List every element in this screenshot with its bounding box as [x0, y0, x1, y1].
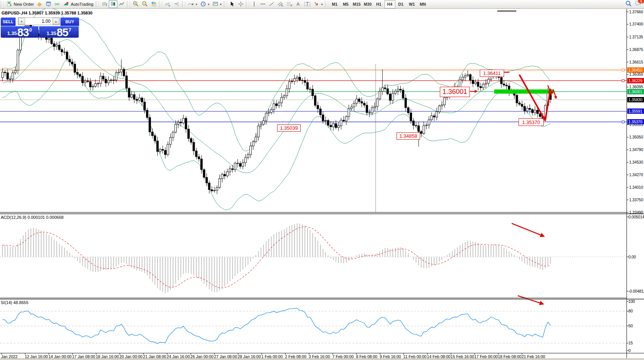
toolbar-grip	[1, 1, 4, 7]
main-toolbar: + New Order AutoTrading	[0, 0, 644, 9]
toolbar-grip	[246, 1, 249, 7]
vertical-line-tool-button[interactable]	[250, 0, 259, 8]
indicators-icon	[188, 1, 194, 8]
timeframe-bar: M1M5M15M30H1H4D1W1MN	[329, 0, 428, 8]
buy-price-big: 85	[57, 27, 68, 37]
timeframe-w1-button[interactable]: W1	[406, 0, 417, 8]
timeframe-h1-button[interactable]: H1	[373, 0, 384, 8]
periods-clock-icon	[200, 1, 206, 8]
chart-title-ohlc: GBPUSD-,H4 1.35907 1.35939 1.35788 1.358…	[2, 11, 92, 15]
svg-text:T: T	[306, 2, 308, 6]
window-bottom-edge	[0, 358, 644, 360]
buy-button[interactable]: BUY	[60, 18, 79, 26]
notification-badge: 1	[638, 0, 644, 3]
price-annotation-label[interactable]: 1.34858	[397, 132, 420, 140]
chart-window: GBPUSD-,H4 1.35907 1.35939 1.35788 1.358…	[0, 0, 644, 360]
symbols-icon	[37, 1, 43, 8]
horizontal-line-icon	[260, 2, 266, 7]
price-annotation-label[interactable]: 1.35039	[277, 124, 301, 132]
label-tool-button[interactable]: T	[303, 0, 312, 8]
zoom-out-button[interactable]	[140, 0, 149, 8]
one-click-trading-panel: SELL ▼ 1.00 ▲ BUY 1.35 83 0 1.35 85 7	[1, 18, 79, 38]
svg-text:F: F	[291, 4, 292, 7]
autotrading-label: AutoTrading	[71, 2, 94, 6]
data-window-icon	[46, 1, 51, 8]
fibonacci-icon: F	[287, 1, 293, 8]
line-chart-icon	[119, 1, 125, 8]
timeframe-m15-button[interactable]: M15	[351, 0, 362, 8]
crosshair-tool-button[interactable]	[236, 0, 245, 8]
zoom-in-button[interactable]	[131, 0, 140, 8]
new-order-label: New Order	[14, 2, 34, 6]
toolbar-grip	[127, 1, 130, 7]
price-chart-canvas[interactable]	[0, 0, 644, 360]
toolbar-grip	[96, 1, 99, 7]
autotrading-button[interactable]: AutoTrading	[62, 0, 95, 8]
sell-price-big: 83	[17, 27, 29, 37]
timeframe-h4-button[interactable]: H4	[384, 0, 395, 8]
shapes-tool-button[interactable]: ▾	[312, 0, 324, 8]
channel-icon: E	[278, 1, 284, 8]
dropdown-caret: ▾	[196, 3, 197, 6]
dropdown-caret: ▾	[208, 3, 209, 6]
new-order-button[interactable]: + New Order	[5, 0, 35, 8]
volume-decrease-button[interactable]: ▼	[18, 18, 25, 25]
vertical-line-icon	[252, 1, 257, 8]
fibonacci-tool-button[interactable]: F	[285, 0, 294, 8]
cursor-tool-button[interactable]	[228, 0, 236, 8]
sell-button[interactable]: SELL	[1, 18, 16, 26]
sell-price-display[interactable]: 1.35 83 0	[1, 26, 38, 38]
volume-spinner: ▼ 1.00 ▲	[18, 18, 60, 25]
volume-increase-button[interactable]: ▲	[52, 18, 59, 25]
signals-button[interactable]	[53, 0, 62, 8]
timeframe-m30-button[interactable]: M30	[362, 0, 373, 8]
mt4-terminal: { "toolbar": { "new_order_label": "New O…	[0, 0, 644, 360]
trendline-icon	[269, 1, 274, 8]
crosshair-icon	[238, 1, 244, 8]
horizontal-line-tool-button[interactable]	[259, 0, 267, 8]
volume-input[interactable]: 1.00	[25, 18, 52, 25]
trendline-tool-button[interactable]	[267, 0, 276, 8]
price-annotation-label[interactable]: 1.36411	[480, 70, 504, 77]
timeframe-d1-button[interactable]: D1	[395, 0, 406, 8]
bar-chart-icon	[102, 1, 107, 8]
periods-button[interactable]: ▾	[199, 0, 211, 8]
buy-price-display[interactable]: 1.35 85 7	[39, 26, 79, 38]
candlestick-chart-icon	[110, 1, 116, 8]
candlestick-mode-button[interactable]	[109, 0, 117, 8]
svg-text:E: E	[281, 4, 283, 7]
buy-price-small: 1.35	[47, 30, 56, 36]
symbols-button[interactable]	[35, 0, 44, 8]
chart-shift-icon	[174, 1, 180, 8]
line-chart-mode-button[interactable]	[117, 0, 126, 8]
cursor-icon	[230, 1, 235, 8]
channel-tool-button[interactable]: E	[276, 0, 285, 8]
chart-shift-button[interactable]	[172, 0, 181, 8]
buy-price-sup: 7	[68, 27, 71, 33]
notifications-chat-icon[interactable]: 1	[635, 0, 642, 8]
bar-chart-mode-button[interactable]	[100, 0, 109, 8]
auto-scroll-button[interactable]	[163, 0, 172, 8]
toolbar-grip	[224, 1, 227, 7]
timeframe-m1-button[interactable]: M1	[329, 0, 340, 8]
indicators-button[interactable]: ▾	[186, 0, 199, 8]
sell-price-small: 1.35	[7, 30, 17, 36]
data-window-button[interactable]	[44, 0, 53, 8]
templates-button[interactable]: ▾	[211, 0, 223, 8]
new-order-icon: +	[6, 1, 12, 8]
svg-text:A: A	[297, 2, 300, 7]
autotrading-icon	[63, 1, 69, 8]
svg-text:+: +	[10, 3, 12, 7]
tile-windows-button[interactable]	[149, 0, 158, 8]
auto-scroll-icon	[165, 1, 171, 8]
dropdown-caret: ▾	[220, 3, 222, 6]
text-tool-button[interactable]: A	[294, 0, 303, 8]
price-annotation-label[interactable]: 1.35370	[519, 118, 544, 126]
timeframe-m5-button[interactable]: M5	[340, 0, 351, 8]
price-annotation-label[interactable]: 1.36001	[440, 87, 470, 97]
tile-windows-icon	[151, 1, 157, 8]
search-icon[interactable]	[625, 0, 632, 8]
toolbar-grip	[325, 1, 328, 7]
signals-icon	[54, 1, 60, 8]
timeframe-mn-button[interactable]: MN	[417, 0, 428, 8]
